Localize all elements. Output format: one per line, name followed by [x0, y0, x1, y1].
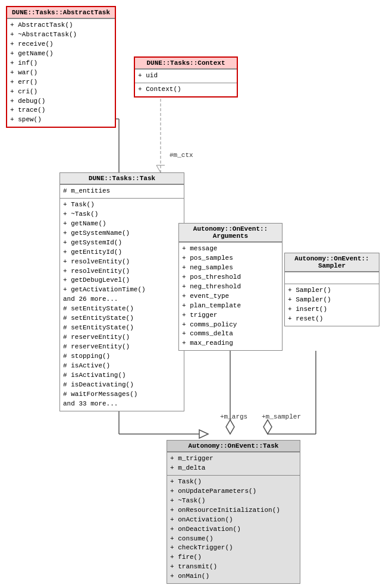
- on-event-task-box: Autonomy::OnEvent::Task + m_trigger + m_…: [167, 440, 300, 584]
- arguments-title: Autonomy::OnEvent::Arguments: [179, 224, 282, 242]
- context-section1: + uid: [135, 69, 237, 83]
- svg-marker-13: [199, 430, 208, 438]
- arguments-section: + message + pos_samples + neg_samples + …: [179, 242, 282, 350]
- context-title: DUNE::Tasks::Context: [135, 58, 237, 69]
- m-args-label: +m_args: [220, 413, 247, 420]
- sampler-empty: [285, 272, 379, 284]
- abstract-task-section: + AbstractTask() + ~AbstractTask() + rec…: [7, 18, 115, 127]
- sampler-title: Autonomy::OnEvent::Sampler: [285, 253, 379, 272]
- diagram-container: DUNE::Tasks::AbstractTask + AbstractTask…: [0, 0, 386, 588]
- on-event-task-methods: + Task() + onUpdateParameters() + ~Task(…: [167, 475, 300, 583]
- sampler-methods: + Sampler() + Sampler() + insert() + res…: [285, 284, 379, 326]
- task-methods: + Task() + ~Task() + getName() + getSyst…: [60, 198, 184, 411]
- m-sampler-label: +m_sampler: [262, 413, 301, 420]
- m-ctx-label: #m_ctx: [170, 152, 193, 159]
- context-box: DUNE::Tasks::Context + uid + Context(): [134, 56, 238, 98]
- task-entities: # m_entities: [60, 184, 184, 198]
- arguments-box: Autonomy::OnEvent::Arguments + message +…: [178, 223, 283, 351]
- svg-marker-10: [263, 420, 272, 434]
- task-title: DUNE::Tasks::Task: [60, 173, 184, 184]
- abstract-task-box: DUNE::Tasks::AbstractTask + AbstractTask…: [6, 6, 116, 128]
- on-event-task-attrs: + m_trigger + m_delta: [167, 452, 300, 475]
- sampler-box: Autonomy::OnEvent::Sampler + Sampler() +…: [284, 253, 379, 326]
- abstract-task-title: DUNE::Tasks::AbstractTask: [7, 7, 115, 18]
- on-event-task-title: Autonomy::OnEvent::Task: [167, 441, 300, 452]
- task-box: DUNE::Tasks::Task # m_entities + Task() …: [59, 172, 184, 411]
- context-section2: + Context(): [135, 83, 237, 96]
- svg-marker-7: [226, 420, 234, 434]
